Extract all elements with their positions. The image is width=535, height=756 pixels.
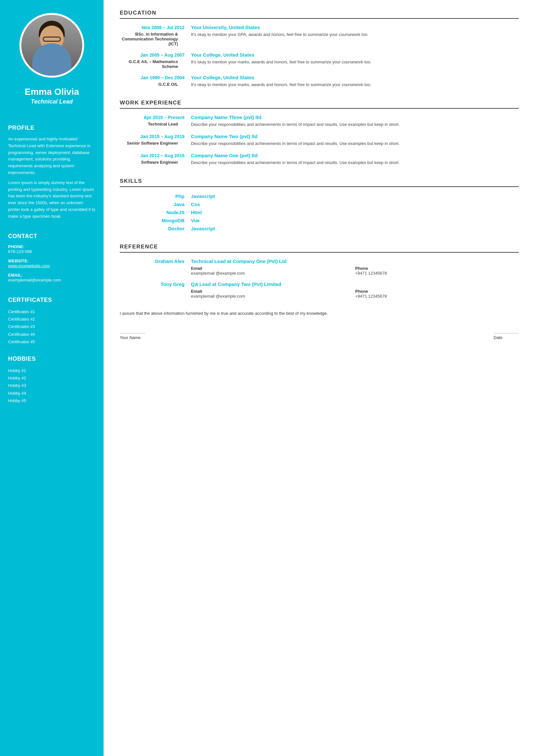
skill-left: Java [120, 201, 191, 208]
declaration-section: I assure that the above information furn… [120, 310, 519, 340]
skill-right: Html [191, 209, 519, 216]
work-section: WORK EXPERIENCE Apr 2019 – Present Techn… [120, 100, 519, 166]
edu-date-2: Jan 2005 – Aug 2007 [140, 52, 184, 58]
avatar [19, 13, 84, 78]
work-desc-3: Describe your responsibilities and achie… [191, 159, 519, 166]
skill-left: NodeJS [120, 209, 191, 216]
phone-value: 678-123-586 [8, 249, 32, 254]
date-block: ……………… Date [493, 330, 519, 340]
hobbies-list: Hobby #1 Hobby #2 Hobby #3 Hobby #4 Hobb… [8, 367, 26, 405]
ref-email-label-1: Email [191, 266, 355, 271]
list-item: Hobby #1 [8, 367, 26, 374]
contact-website: WEBSITE: www.yourwebsite.com [8, 258, 50, 268]
skill-right: Css [191, 201, 519, 208]
edu-date-1: Nov 2008 – Jul 2012 [142, 25, 184, 30]
work-desc-2: Describe your responsibilities and achie… [191, 140, 519, 147]
edu-school-2: Your College, United States [191, 52, 519, 58]
list-item: Certificates #2 [8, 315, 35, 323]
person-title: Technical Lead [25, 98, 79, 105]
website-label: WEBSITE: [8, 258, 50, 263]
certificates-list: Certificates #1 Certificates #2 Certific… [8, 308, 35, 346]
work-date-2: Jan 2015 – Aug 2019 [140, 134, 184, 139]
edu-date-3: Jan 1990 – Dec 2004 [141, 75, 184, 80]
date-label: Date [493, 335, 519, 340]
education-section: EDUCATION Nov 2008 – Jul 2012 BSc. in In… [120, 10, 519, 88]
skill-right: Vue [191, 217, 519, 224]
contact-phone: PHONE: 678-123-586 [8, 244, 32, 254]
skills-heading: SKILLS [120, 178, 519, 187]
edu-desc-1: It's okay to mention your GPA, awards an… [191, 31, 519, 38]
reference-section: REFERENCE Graham Alex Technical Lead at … [120, 244, 519, 299]
ref-email-value-1: examplemail @example.com [191, 271, 355, 276]
skill-right: Javascript [191, 225, 519, 232]
skill-left: Docker [120, 225, 191, 232]
work-row: Apr 2019 – Present Technical Lead Compan… [120, 115, 519, 128]
work-date-3: Jan 2012 – Aug 2015 [140, 153, 184, 158]
edu-degree-1: BSc. in Information & Communication Tech… [120, 32, 184, 46]
signature-label: Your Name [120, 335, 145, 340]
ref-title-1: Technical Lead at Company One (Pvt) Ltd [191, 258, 519, 264]
profile-heading: PROFILE [8, 124, 35, 131]
work-heading: WORK EXPERIENCE [120, 100, 519, 109]
skills-grid: Php Javascript Java Css NodeJS Html Mong… [120, 193, 519, 232]
edu-desc-3: It's okay to mention your marks, awards … [191, 82, 519, 88]
profile-text-2: Lorem Ipsum is simply dummy text of the … [8, 179, 96, 220]
ref-title-2: QA Lead at Company Two (Pvt) Limited [191, 282, 519, 287]
list-item: Certificates #5 [8, 338, 35, 345]
work-date-1: Apr 2019 – Present [144, 115, 184, 120]
list-item: Hobby #4 [8, 390, 26, 397]
edu-degree-3: G.C.E O/L [120, 82, 184, 87]
hobbies-heading: HOBBIES [8, 356, 36, 362]
list-item: Hobby #3 [8, 382, 26, 389]
work-row: Jan 2015 – Aug 2019 Senior Software Engi… [120, 134, 519, 147]
list-item: Hobby #5 [8, 397, 26, 404]
ref-phone-label-2: Phone [355, 289, 519, 294]
work-company-1: Company Name Three (pvt) ltd [191, 115, 519, 120]
contact-heading: CONTACT [8, 233, 37, 240]
skill-left: MongoDB [120, 217, 191, 224]
work-desc-1: Describe your responsibilities and achie… [191, 121, 519, 128]
name-title: Emma Olivia Technical Lead [25, 87, 79, 105]
edu-degree-2: G.C.E A/L – Mathematics Scheme [120, 59, 184, 69]
left-panel: Emma Olivia Technical Lead PROFILE An ex… [0, 0, 103, 756]
list-item: Hobby #2 [8, 374, 26, 382]
skill-left: Php [120, 193, 191, 200]
website-value: www.yourwebsite.com [8, 263, 50, 268]
skills-section: SKILLS Php Javascript Java Css NodeJS Ht… [120, 178, 519, 232]
signature-block: ……………… Your Name [120, 330, 145, 340]
date-dots: ……………… [493, 330, 519, 335]
work-company-2: Company Name Two (pvt) ltd [191, 134, 519, 139]
signature-row: ……………… Your Name ……………… Date [120, 330, 519, 340]
reference-heading: REFERENCE [120, 244, 519, 253]
ref-email-value-2: examplemail @example.com [191, 294, 355, 299]
email-value: examplemail@example.com [8, 278, 61, 283]
list-item: Certificates #3 [8, 323, 35, 330]
work-row: Jan 2012 – Aug 2015 Software Engineer Co… [120, 153, 519, 166]
list-item: Certificates #1 [8, 308, 35, 315]
ref-phone-label-1: Phone [355, 266, 519, 271]
certificates-heading: CERTIFICATES [8, 297, 52, 304]
ref-phone-value-1: +9471 12345678 [355, 271, 519, 276]
ref-email-label-2: Email [191, 289, 355, 294]
work-title-3: Software Engineer [120, 160, 184, 165]
edu-desc-2: It's okay to mention your marks, awards … [191, 59, 519, 65]
edu-row: Jan 1990 – Dec 2004 G.C.E O/L Your Colle… [120, 75, 519, 88]
work-title-2: Senior Software Engineer [120, 141, 184, 146]
edu-row: Jan 2005 – Aug 2007 G.C.E A/L – Mathemat… [120, 52, 519, 69]
work-company-3: Company Name One (pvt) ltd [191, 153, 519, 158]
education-heading: EDUCATION [120, 10, 519, 19]
contact-email: EMAIL: examplemail@example.com [8, 273, 61, 283]
email-label: EMAIL: [8, 273, 61, 278]
ref-row: Graham Alex Technical Lead at Company On… [120, 258, 519, 276]
edu-school-3: Your College, United States [191, 75, 519, 80]
right-panel: EDUCATION Nov 2008 – Jul 2012 BSc. in In… [103, 0, 535, 756]
ref-row: Tony Greg QA Lead at Company Two (Pvt) L… [120, 282, 519, 299]
work-title-1: Technical Lead [120, 122, 184, 126]
list-item: Certificates #4 [8, 331, 35, 338]
edu-school-1: Your University, United States [191, 25, 519, 30]
ref-name-1: Graham Alex [120, 258, 184, 264]
declaration-text: I assure that the above information furn… [120, 310, 519, 317]
person-name: Emma Olivia [25, 87, 79, 97]
ref-phone-value-2: +9471 12345678 [355, 294, 519, 299]
skill-right: Javascript [191, 193, 519, 200]
